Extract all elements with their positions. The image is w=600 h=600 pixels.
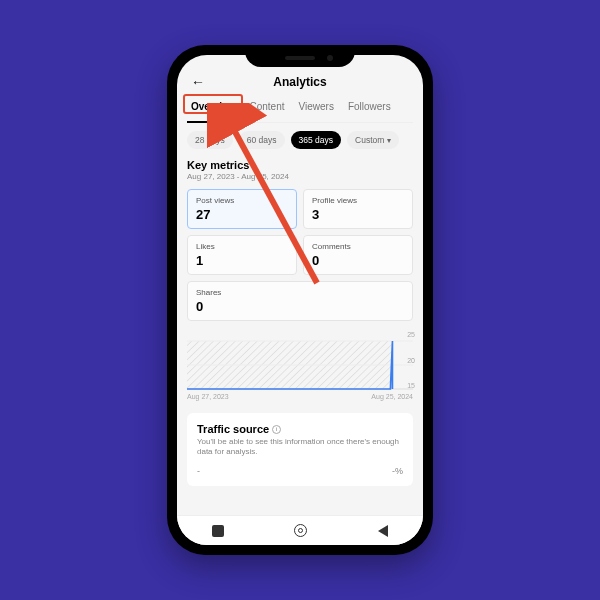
metric-shares[interactable]: Shares 0	[187, 281, 413, 321]
tab-content[interactable]: Content	[249, 97, 284, 116]
range-365d[interactable]: 365 days	[291, 131, 342, 149]
metric-comments[interactable]: Comments 0	[303, 235, 413, 275]
chart-start-date: Aug 27, 2023	[187, 393, 229, 400]
trend-chart: 25 20 15 Aug 27,	[187, 331, 413, 401]
range-60d[interactable]: 60 days	[239, 131, 285, 149]
tab-overview[interactable]: Overview	[191, 97, 235, 116]
key-metrics-title: Key metrics	[187, 159, 413, 171]
back-button[interactable]: ←	[191, 74, 205, 90]
chart-end-date: Aug 25, 2024	[371, 393, 413, 400]
traffic-title: Traffic source	[197, 423, 269, 435]
traffic-source-section: Traffic source i You'll be able to see t…	[187, 413, 413, 486]
traffic-description: You'll be able to see this information o…	[197, 437, 403, 458]
top-tabs: Overview Content Viewers Followers	[187, 97, 413, 123]
range-28d[interactable]: 28 days	[187, 131, 233, 149]
tab-followers[interactable]: Followers	[348, 97, 391, 116]
traffic-value: -%	[392, 466, 403, 476]
info-icon[interactable]: i	[272, 425, 281, 434]
tab-viewers[interactable]: Viewers	[299, 97, 334, 116]
metric-likes[interactable]: Likes 1	[187, 235, 297, 275]
metric-post-views[interactable]: Post views 27	[187, 189, 297, 229]
key-metrics-section: Key metrics Aug 27, 2023 - Aug 25, 2024 …	[187, 159, 413, 321]
page-title: Analytics	[273, 75, 326, 89]
android-navbar	[177, 515, 423, 545]
nav-home-icon[interactable]	[294, 524, 307, 537]
nav-back-icon[interactable]	[378, 525, 388, 537]
key-metrics-dates: Aug 27, 2023 - Aug 25, 2024	[187, 172, 413, 181]
range-custom[interactable]: Custom	[347, 131, 399, 149]
traffic-placeholder: -	[197, 466, 200, 476]
metric-profile-views[interactable]: Profile views 3	[303, 189, 413, 229]
date-range-selector: 7 days 28 days 60 days 365 days Custom	[187, 131, 413, 149]
nav-recent-icon[interactable]	[212, 525, 224, 537]
